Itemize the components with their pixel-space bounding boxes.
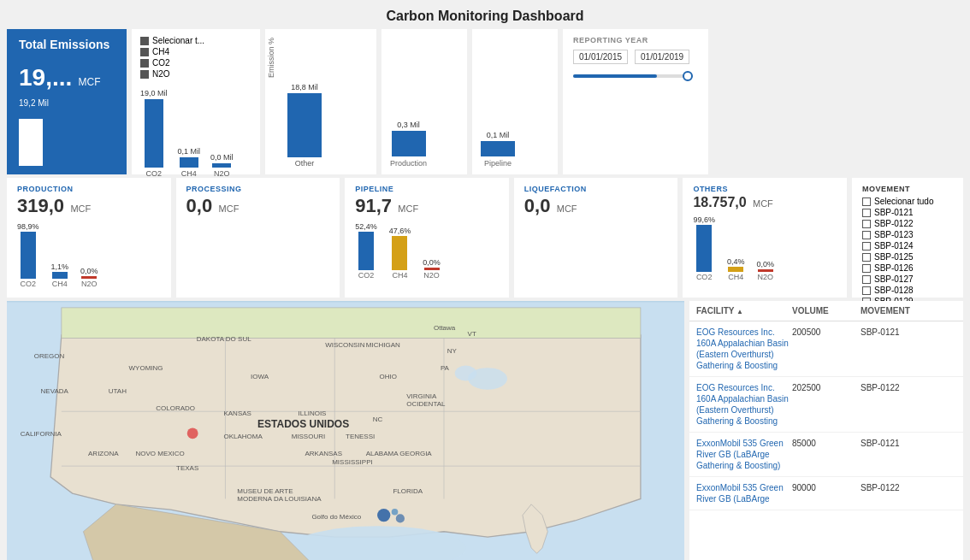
legend-co2[interactable]: CO2 [140, 58, 251, 68]
movement-checkbox-7[interactable] [862, 275, 871, 284]
movement-item-6[interactable]: SBP-0126 [862, 263, 953, 273]
movement-list: Selecionar tudo SBP-0121 SBP-0122 S [862, 197, 953, 317]
emissions-legend: Selecionar t... CH4 CO2 N2O [140, 36, 251, 79]
pipeline-metric-title: PIPELINE [355, 185, 499, 193]
legend-selecionar[interactable]: Selecionar t... [140, 36, 251, 45]
other-bar-value: 18,8 Mil [291, 83, 318, 91]
movement-checkbox-2[interactable] [862, 220, 871, 228]
movement-label-0: Selecionar tudo [874, 197, 934, 206]
movement-checkbox-6[interactable] [862, 264, 871, 273]
slider-track[interactable] [573, 74, 693, 78]
metrics-row: PRODUCTION 319,0 MCF 98,9% CO2 1,1% [7, 178, 963, 298]
movement-checkbox-0[interactable] [862, 197, 871, 206]
prod-co2-pct: 98,9% [17, 222, 39, 231]
movement-checkbox-5[interactable] [862, 253, 871, 262]
n2o-bar [212, 163, 231, 168]
svg-rect-12 [62, 308, 641, 339]
top-row: Total Emissions 19,... MCF 19,2 Mil [7, 29, 963, 174]
movement-item-5[interactable]: SBP-0125 [862, 252, 953, 262]
cell-volume-0: 200500 [792, 327, 861, 371]
content-area: Total Emissions 19,... MCF 19,2 Mil [0, 29, 970, 560]
movement-card: MOVEMENT Selecionar tudo SBP-0121 SBP [852, 178, 963, 298]
table-row[interactable]: ExxonMobil 535 GreenRiver GB (LaBArgeGat… [689, 433, 963, 477]
production-metric-title: PRODUCTION [17, 185, 161, 193]
movement-item-8[interactable]: SBP-0128 [862, 286, 953, 295]
prod-co2-bar [21, 232, 36, 279]
pipeline-metric-bars: 52,4% CO2 47,6% CH4 0,0% N2O [355, 222, 499, 280]
movement-checkbox-4[interactable] [862, 242, 871, 251]
production-metric-value: 319,0 [17, 195, 64, 216]
processing-metric-title: PROCESSING [186, 185, 330, 193]
movement-item-0[interactable]: Selecionar tudo [862, 197, 953, 206]
prod-n2o-bar [81, 276, 97, 279]
th-volume[interactable]: VOLUME [792, 306, 861, 315]
svg-point-15 [392, 509, 399, 516]
pipeline-metric-card: PIPELINE 91,7 MCF 52,4% CO2 47,6% [345, 178, 509, 298]
cell-volume-1: 202500 [792, 382, 861, 427]
th-movement[interactable]: MOVEMENT [861, 306, 946, 315]
movement-item-2[interactable]: SBP-0122 [862, 219, 953, 228]
slider-thumb[interactable] [683, 71, 693, 81]
reporting-year-slider[interactable] [573, 74, 698, 78]
th-facility[interactable]: FACILITY ▲ [696, 306, 792, 315]
co2-bar-label: CO2 [146, 169, 163, 178]
reporting-year-start[interactable]: 01/01/2015 [573, 50, 628, 64]
pipeline-bar-label: Pipeline [484, 159, 512, 168]
movement-label-2: SBP-0122 [874, 219, 914, 228]
movement-label-3: SBP-0123 [874, 230, 914, 239]
reporting-year-end[interactable]: 01/01/2019 [635, 50, 689, 64]
co2-bar-group: 19,0 Mil CO2 [140, 89, 168, 178]
legend-ch4[interactable]: CH4 [140, 47, 251, 56]
slider-fill [573, 74, 657, 78]
pipe-ch4-bar [392, 236, 407, 270]
movement-checkbox-1[interactable] [862, 209, 871, 217]
other-bar-label: Other [295, 159, 315, 168]
other-bar [287, 93, 322, 157]
table-row[interactable]: EOG Resources Inc.160A Appalachian Basin… [689, 377, 963, 433]
cell-movement-0: SBP-0121 [861, 327, 946, 371]
co2-bar-value: 19,0 Mil [140, 89, 168, 97]
scrollbar-0 [946, 327, 956, 371]
table-row[interactable]: ExxonMobil 535 GreenRiver GB (LaBArge 90… [689, 477, 963, 510]
processing-metric-card: PROCESSING 0,0 MCF [176, 178, 340, 298]
sort-facility-icon: ▲ [736, 308, 743, 315]
table-body[interactable]: EOG Resources Inc.160A Appalachian Basin… [689, 321, 963, 560]
legend-box-selecionar [140, 37, 149, 45]
total-bar-fill [19, 119, 43, 166]
movement-checkbox-3[interactable] [862, 231, 871, 239]
movement-checkbox-8[interactable] [862, 286, 871, 295]
scrollbar-3 [946, 482, 956, 504]
main-container: Carbon Monitoring Dashboard Total Emissi… [0, 0, 970, 560]
total-emissions-bar [19, 116, 115, 166]
movement-title: MOVEMENT [862, 185, 953, 193]
movement-item-4[interactable]: SBP-0124 [862, 241, 953, 251]
movement-label-1: SBP-0121 [874, 208, 914, 217]
reporting-year-dates: 01/01/2015 01/01/2019 [573, 50, 698, 64]
pipeline-summary-card: 0,1 Mil Pipeline [472, 29, 558, 174]
others-metric-unit: MCF [753, 198, 773, 209]
movement-item-7[interactable]: SBP-0127 [862, 274, 953, 284]
table-row[interactable]: EOG Resources Inc.160A Appalachian Basin… [689, 321, 963, 377]
oth-ch4-group: 0,4% CH4 [727, 257, 745, 281]
legend-co2-label: CO2 [152, 58, 170, 68]
svg-point-13 [377, 509, 390, 522]
map-placeholder: OREGON WYOMING NEVADA UTAH COLORADO CALI… [7, 301, 684, 560]
legend-box-ch4 [140, 48, 149, 56]
movement-item-3[interactable]: SBP-0123 [862, 230, 953, 239]
scrollbar-1 [946, 382, 956, 427]
cell-movement-2: SBP-0121 [861, 438, 946, 471]
oth-n2o-lbl: N2O [757, 273, 773, 281]
others-metric-value: 18.757,0 [693, 195, 746, 209]
oth-co2-bar [696, 225, 712, 272]
pipe-n2o-lbl: N2O [423, 271, 440, 280]
production-bar [392, 131, 426, 156]
co2-bar [145, 99, 163, 168]
movement-label-4: SBP-0124 [874, 241, 914, 251]
production-summary-card: 0,3 Mil Production [381, 29, 467, 174]
ch4-bar-label: CH4 [181, 169, 197, 178]
legend-n2o[interactable]: N2O [140, 69, 251, 79]
movement-item-1[interactable]: SBP-0121 [862, 208, 953, 217]
other-bar-group: 18,8 Mil Other [287, 83, 322, 168]
pipe-n2o-bar [424, 268, 440, 270]
cell-facility-1: EOG Resources Inc.160A Appalachian Basin… [696, 382, 792, 427]
